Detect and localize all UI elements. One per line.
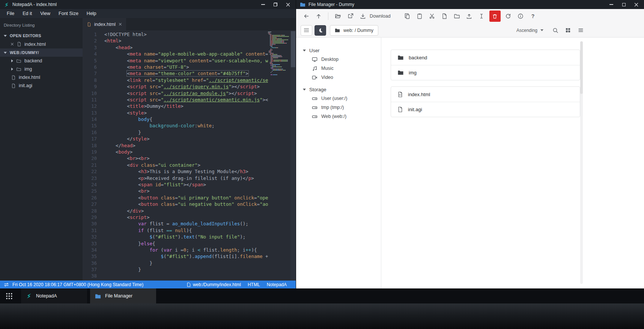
sidebar-item-user-drive[interactable]: User (user:/) [303, 94, 381, 103]
code-line-35[interactable]: 35 $("#flist").append(flist[i].filename … [83, 253, 268, 260]
tree-item-backend[interactable]: backend [0, 57, 83, 65]
taskbar-item-file-manager[interactable]: File Manager [90, 288, 156, 303]
code-line-33[interactable]: 33 }else{ [83, 240, 268, 247]
code-line-21[interactable]: 21 <div class="ui container"> [83, 162, 268, 168]
status-language[interactable]: HTML [248, 282, 260, 287]
menu-help[interactable]: Help [83, 10, 100, 17]
paste-button[interactable] [414, 11, 426, 22]
menu-edit[interactable]: Ed it [19, 10, 36, 17]
sidebar-item-tmp-drive[interactable]: tmp (tmp:/) [303, 103, 381, 112]
file-row-init-agi[interactable]: init.agi [391, 102, 580, 117]
minimize-button[interactable] [260, 2, 266, 7]
menu-font-size[interactable]: Font Size [55, 10, 82, 17]
tree-item-img[interactable]: img [0, 65, 83, 73]
minimap[interactable] [268, 32, 290, 75]
code-line-28[interactable]: 28 </div> [83, 208, 268, 214]
code-line-16[interactable]: 16 } [83, 129, 268, 136]
menu-view[interactable]: View [36, 10, 54, 17]
search-button[interactable] [549, 25, 561, 36]
editor-scrollbar[interactable] [290, 30, 296, 281]
code-line-17[interactable]: 17 </style> [83, 136, 268, 142]
code-line-23[interactable]: 23 <p>Received drag-in filelist (if any)… [83, 175, 268, 181]
open-button[interactable] [332, 11, 344, 22]
code-line-18[interactable]: 18 </head> [83, 142, 268, 149]
sidebar-item-music[interactable]: Music [303, 64, 381, 73]
download-label[interactable]: Download [370, 14, 391, 19]
code-line-39[interactable]: 39 function openFileSelector(){ [83, 279, 268, 281]
code-line-7[interactable]: 7 <meta name="theme-color" content="#4b7… [83, 70, 268, 77]
code-line-14[interactable]: 14 body{ [83, 116, 268, 122]
code-line-26[interactable]: 26 <button class="ui primary button" onc… [83, 195, 268, 201]
up-button[interactable] [312, 11, 325, 22]
menu-file[interactable]: File [3, 10, 18, 17]
list-view-button[interactable] [575, 25, 587, 36]
code-line-13[interactable]: 13 <style> [83, 110, 268, 116]
copy-button[interactable] [401, 11, 414, 22]
code-line-24[interactable]: 24 <span id="flist"></span> [83, 181, 268, 188]
sidebar-item-video[interactable]: Video [303, 73, 381, 82]
menu-button[interactable] [301, 25, 312, 36]
path-display[interactable]: web: / Dummy [330, 25, 378, 36]
code-line-30[interactable]: 30 var flist = ao_module_loadInputFiles(… [83, 220, 268, 227]
code-line-2[interactable]: 2<html> [83, 38, 268, 44]
tab-close-icon[interactable] [119, 23, 122, 26]
tree-item-index-html[interactable]: index.html [0, 73, 83, 81]
status-app-name[interactable]: NotepadA [267, 282, 287, 287]
code-line-11[interactable]: 11 <script src="../script/semantic/seman… [83, 97, 268, 103]
minimize-button[interactable] [609, 2, 614, 7]
refresh-button[interactable] [502, 11, 515, 22]
file-row-backend[interactable]: backend [391, 50, 580, 65]
upload-button[interactable] [463, 11, 475, 22]
code-line-6[interactable]: 6 <meta charset="UTF-8"> [83, 64, 268, 70]
close-button[interactable] [285, 2, 290, 7]
properties-button[interactable] [515, 11, 527, 22]
sidebar-item-desktop[interactable]: Desktop [303, 55, 381, 64]
code-line-25[interactable]: 25 <br> [83, 188, 268, 194]
start-menu-button[interactable] [0, 288, 18, 303]
tab-index-html[interactable]: index.html [83, 18, 126, 30]
code-line-19[interactable]: 19 <body> [83, 149, 268, 155]
filemanager-titlebar[interactable]: File Manager - Dummy [296, 0, 644, 9]
rename-button[interactable] [475, 11, 488, 22]
code-editor[interactable]: 1<!DOCTYPE html>2<html>3 <head>4 <meta n… [83, 31, 268, 281]
grid-view-button[interactable] [562, 25, 574, 36]
code-line-38[interactable]: 38 [83, 273, 268, 279]
maximize-button[interactable] [621, 2, 626, 7]
scrollbar-thumb[interactable] [580, 41, 583, 94]
code-line-20[interactable]: 20 <br><br> [83, 155, 268, 161]
code-line-3[interactable]: 3 <head> [83, 44, 268, 51]
code-line-5[interactable]: 5 <meta name="viewport" content="user-sc… [83, 57, 268, 64]
restore-button[interactable] [273, 2, 278, 7]
file-row-index-html[interactable]: index.html [391, 87, 580, 102]
status-file-path[interactable]: web:/Dummy/index.html [187, 282, 241, 287]
code-line-12[interactable]: 12 <title>Dummy</title> [83, 103, 268, 109]
dark-mode-button[interactable] [314, 25, 326, 36]
sidebar-item-web-drive[interactable]: Web (web:/) [303, 112, 381, 121]
delete-button[interactable] [489, 11, 501, 22]
code-line-15[interactable]: 15 background-color:white; [83, 122, 268, 129]
close-button[interactable] [633, 2, 639, 7]
code-line-37[interactable]: 37 } [83, 266, 268, 273]
code-line-32[interactable]: 32 $("#flist").text("No input file"); [83, 234, 268, 240]
help-button[interactable]: ? [527, 11, 539, 22]
code-line-31[interactable]: 31 if (flist == null){ [83, 227, 268, 234]
code-line-36[interactable]: 36 } [83, 260, 268, 266]
workspace-header[interactable]: WEB:/DUMMY/ [0, 48, 83, 57]
open-editors-header[interactable]: OPEN EDITORS [0, 32, 83, 40]
tree-item-init-agi[interactable]: init.agi [0, 81, 83, 90]
new-file-button[interactable] [438, 11, 451, 22]
code-line-27[interactable]: 27 <button class="ui negative button" on… [83, 201, 268, 207]
code-line-1[interactable]: 1<!DOCTYPE html> [83, 31, 268, 38]
sort-dropdown[interactable]: Ascending [514, 26, 546, 35]
code-line-34[interactable]: 34 for (var i =0; i < flist.length; i++)… [83, 247, 268, 253]
code-line-8[interactable]: 8 <link rel="stylesheet" href="../script… [83, 77, 268, 83]
new-folder-button[interactable] [451, 11, 463, 22]
sidebar-section-user[interactable]: User [303, 46, 381, 55]
file-row-img[interactable]: img [391, 65, 580, 80]
code-line-4[interactable]: 4 <meta name="apple-mobile-web-app-capab… [83, 51, 268, 57]
open-editor-item[interactable]: index.html [0, 40, 83, 48]
open-in-new-window-button[interactable] [344, 11, 357, 22]
sidebar-section-storage[interactable]: Storage [303, 85, 381, 94]
close-icon[interactable] [11, 42, 14, 46]
code-line-9[interactable]: 9 <script src="../script/jquery.min.js">… [83, 83, 268, 90]
